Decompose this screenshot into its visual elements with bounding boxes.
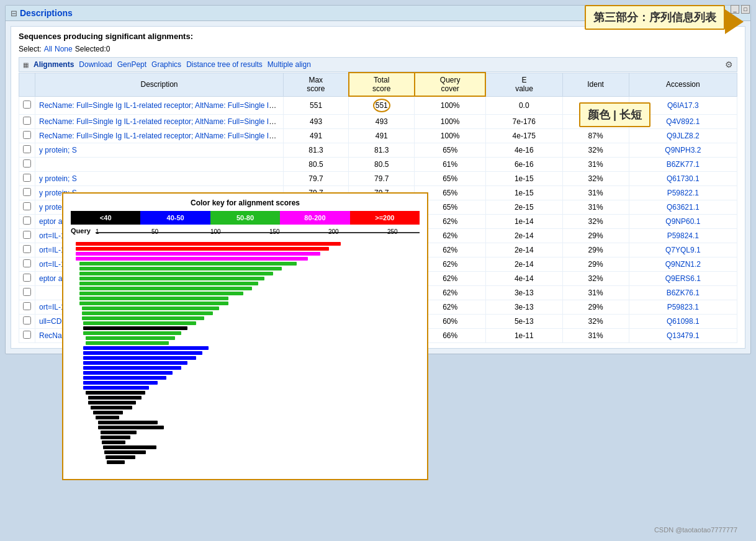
multiple-align-button[interactable]: Multiple align bbox=[268, 60, 311, 69]
description-link[interactable]: RecName: Full=Single Ig IL-1-related rec… bbox=[39, 132, 284, 140]
alignment-bar[interactable] bbox=[83, 376, 166, 380]
accession-link[interactable]: Q7YQL9.1 bbox=[665, 246, 701, 254]
row-checkbox[interactable] bbox=[23, 131, 31, 139]
alignment-bar[interactable] bbox=[82, 311, 213, 315]
row-checkbox[interactable] bbox=[23, 159, 31, 168]
ident-cell: 32% bbox=[562, 215, 629, 229]
alignment-bar[interactable] bbox=[79, 267, 282, 270]
alignment-bar[interactable] bbox=[82, 316, 204, 320]
alignment-bar[interactable] bbox=[88, 396, 142, 400]
row-checkbox[interactable] bbox=[23, 288, 31, 296]
accession-link[interactable]: Q61098.1 bbox=[667, 317, 700, 326]
alignment-bar[interactable] bbox=[76, 242, 341, 246]
accession-link[interactable]: Q9ERS6.1 bbox=[665, 274, 701, 283]
accession-link[interactable]: P59824.1 bbox=[667, 231, 699, 240]
alignment-bar[interactable] bbox=[102, 440, 125, 444]
alignments-button[interactable]: Alignments bbox=[34, 60, 74, 69]
row-checkbox[interactable] bbox=[23, 188, 31, 196]
accession-link[interactable]: B6ZK77.1 bbox=[667, 160, 700, 169]
alignment-bar[interactable] bbox=[83, 356, 196, 360]
accession-link[interactable]: Q13479.1 bbox=[667, 331, 700, 340]
distance-tree-button[interactable]: Distance tree of results bbox=[186, 60, 263, 69]
alignment-bar[interactable] bbox=[79, 282, 258, 285]
accession-link[interactable]: Q9NZN1.2 bbox=[665, 260, 701, 269]
alignment-bar[interactable] bbox=[76, 257, 308, 261]
accession-link[interactable]: Q61730.1 bbox=[667, 174, 700, 183]
alignment-bar[interactable] bbox=[83, 321, 196, 325]
alignment-bar[interactable] bbox=[101, 431, 137, 434]
alignment-bar[interactable] bbox=[86, 341, 169, 345]
alignment-bar[interactable] bbox=[83, 386, 149, 390]
accession-link[interactable]: B6ZK76.1 bbox=[667, 288, 700, 297]
alignment-bar[interactable] bbox=[79, 297, 228, 300]
alignment-bar[interactable] bbox=[83, 351, 202, 355]
row-checkbox-cell bbox=[19, 272, 35, 286]
download-button[interactable]: Download bbox=[79, 60, 112, 69]
panel-title-link[interactable]: Descriptions bbox=[20, 8, 73, 18]
alignment-bar[interactable] bbox=[106, 455, 135, 459]
accession-link[interactable]: Q9NPH3.2 bbox=[665, 146, 701, 154]
accession-link[interactable]: P59823.1 bbox=[667, 303, 699, 311]
chrome-maximize[interactable]: □ bbox=[741, 5, 750, 14]
alignment-bar[interactable] bbox=[79, 302, 228, 305]
alignment-bar[interactable] bbox=[91, 406, 132, 409]
row-checkbox[interactable] bbox=[23, 302, 31, 310]
row-checkbox[interactable] bbox=[23, 316, 31, 324]
alignment-bar[interactable] bbox=[83, 371, 173, 375]
alignment-bar[interactable] bbox=[93, 411, 123, 414]
accession-link[interactable]: Q9NP60.1 bbox=[665, 217, 700, 226]
row-checkbox[interactable] bbox=[23, 101, 31, 109]
row-checkbox[interactable] bbox=[23, 259, 31, 267]
row-checkbox[interactable] bbox=[23, 245, 31, 253]
alignment-bar[interactable] bbox=[86, 391, 145, 395]
alignment-bar[interactable] bbox=[86, 336, 175, 340]
row-checkbox[interactable] bbox=[23, 117, 31, 125]
row-checkbox[interactable] bbox=[23, 274, 31, 282]
accession-link[interactable]: Q63621.1 bbox=[667, 203, 700, 212]
alignment-bar[interactable] bbox=[96, 416, 119, 419]
alignment-bar[interactable] bbox=[79, 262, 297, 266]
alignment-bar[interactable] bbox=[98, 426, 164, 429]
alignment-bar[interactable] bbox=[107, 460, 125, 464]
alignment-bar[interactable] bbox=[83, 381, 158, 385]
alignment-bar[interactable] bbox=[76, 247, 329, 251]
gear-icon[interactable]: ⚙ bbox=[725, 60, 733, 69]
description-link[interactable]: RecName: Full=Single Ig IL-1-related rec… bbox=[39, 117, 284, 126]
row-checkbox[interactable] bbox=[23, 231, 31, 239]
genpept-button[interactable]: GenPept bbox=[117, 60, 146, 69]
alignment-bar[interactable] bbox=[103, 445, 156, 449]
alignment-bar[interactable] bbox=[98, 421, 158, 424]
alignment-bar[interactable] bbox=[83, 346, 209, 350]
alignment-bar[interactable] bbox=[79, 277, 264, 280]
alignment-bar[interactable] bbox=[83, 326, 187, 330]
evalue-cell: 7e-176 bbox=[485, 115, 562, 129]
graphics-button[interactable]: Graphics bbox=[151, 60, 181, 69]
description-link[interactable]: RecName: Full=Single Ig IL-1-related rec… bbox=[39, 101, 284, 110]
alignment-bar[interactable] bbox=[104, 450, 146, 454]
row-checkbox[interactable] bbox=[23, 331, 31, 339]
description-link[interactable]: y protein; S bbox=[39, 174, 77, 183]
alignment-bar[interactable] bbox=[79, 292, 243, 295]
chrome-minimize[interactable]: _ bbox=[731, 5, 739, 14]
alignment-bar[interactable] bbox=[79, 287, 252, 290]
row-checkbox[interactable] bbox=[23, 217, 31, 225]
row-checkbox[interactable] bbox=[23, 202, 31, 210]
alignment-bar[interactable] bbox=[83, 366, 181, 370]
alignment-bar[interactable] bbox=[82, 306, 219, 310]
alignment-bar[interactable] bbox=[79, 272, 273, 275]
accession-link[interactable]: P59822.1 bbox=[667, 189, 699, 197]
alignment-bar[interactable] bbox=[88, 401, 136, 405]
row-checkbox[interactable] bbox=[23, 174, 31, 182]
accession-link[interactable]: Q4V892.1 bbox=[666, 117, 700, 126]
accession-link[interactable]: Q9JLZ8.2 bbox=[667, 132, 700, 140]
alignment-bar[interactable] bbox=[76, 252, 320, 256]
select-all-link[interactable]: All bbox=[44, 45, 52, 53]
row-checkbox[interactable] bbox=[23, 145, 31, 153]
collapse-button[interactable]: ⊟ bbox=[11, 9, 17, 18]
alignment-bar[interactable] bbox=[83, 331, 181, 335]
accession-link[interactable]: Q6IA17.3 bbox=[667, 101, 699, 110]
description-link[interactable]: y protein; S bbox=[39, 146, 77, 154]
alignment-bar[interactable] bbox=[101, 436, 130, 439]
alignment-bar[interactable] bbox=[83, 361, 187, 365]
select-none-link[interactable]: None bbox=[55, 45, 73, 53]
